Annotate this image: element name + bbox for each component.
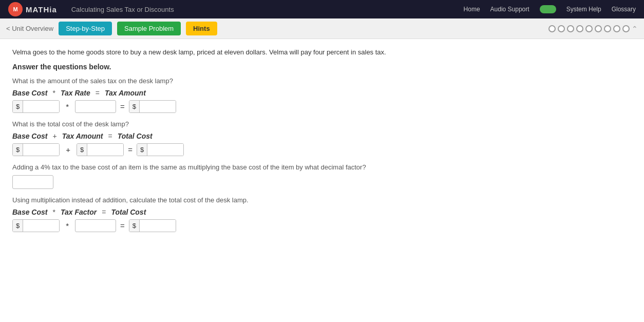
progress-dot-6 <box>595 25 602 32</box>
sample-problem-button[interactable]: Sample Problem <box>117 22 181 35</box>
q2-total-cost-group: $ <box>137 143 184 156</box>
nav-audio-support[interactable]: Audio Support <box>490 6 529 13</box>
unit-overview-link[interactable]: < Unit Overview <box>6 25 53 32</box>
q4-label3: Total Cost <box>111 208 146 216</box>
q2-label2: Tax Amount <box>62 132 103 140</box>
q4-op1: * <box>52 208 55 216</box>
q1-base-cost-input[interactable] <box>23 101 59 112</box>
progress-dot-5 <box>585 25 593 32</box>
logo: M MATHia <box>8 2 57 16</box>
q1-op1: * <box>52 89 55 97</box>
top-bar-right: Home Audio Support System Help Glossary <box>464 5 636 13</box>
q4-total-cost-input[interactable] <box>140 220 176 232</box>
q4-tax-factor-input[interactable] <box>75 219 116 232</box>
q4-total-cost-group: $ <box>129 219 176 232</box>
q2-label3: Total Cost <box>118 132 153 140</box>
q1-label2: Tax Rate <box>61 89 90 97</box>
problem-text: Velma goes to the home goods store to bu… <box>12 47 632 58</box>
q2-input-row: $ + $ = $ <box>12 143 632 156</box>
q1-input-row: $ * = $ <box>12 100 632 113</box>
q4-label1: Base Cost <box>12 208 47 216</box>
hints-button[interactable]: Hints <box>186 22 217 35</box>
q2-op1: + <box>52 132 56 140</box>
q4-equation-labels: Base Cost * Tax Factor = Total Cost <box>12 208 632 216</box>
top-bar: M MATHia Calculating Sales Tax or Discou… <box>0 0 644 18</box>
progress-dot-9 <box>622 25 630 32</box>
q2-dollar2: $ <box>77 144 87 156</box>
q4-multiply-sign: * <box>64 221 71 230</box>
progress-dot-4 <box>576 25 583 32</box>
question-3-text: Adding a 4% tax to the base cost of an i… <box>12 163 632 171</box>
q1-dollar1: $ <box>13 101 23 112</box>
q2-tax-amount-group: $ <box>77 143 124 156</box>
audio-toggle[interactable] <box>540 5 556 13</box>
progress-dot-8 <box>613 25 620 32</box>
page-title-top: Calculating Sales Tax or Discounts <box>71 6 174 13</box>
q3-decimal-factor-input[interactable] <box>12 175 53 189</box>
q2-total-cost-input[interactable] <box>147 144 183 156</box>
q2-plus-sign: + <box>64 145 72 154</box>
q1-tax-amount-group: $ <box>129 100 176 113</box>
q2-label1: Base Cost <box>12 132 47 140</box>
question-2-text: What is the total cost of the desk lamp? <box>12 120 632 128</box>
progress-dot-2 <box>558 25 565 32</box>
q4-label2: Tax Factor <box>61 208 97 216</box>
q1-equation-labels: Base Cost * Tax Rate = Tax Amount <box>12 89 632 97</box>
q4-eq: = <box>102 208 106 216</box>
top-bar-left: M MATHia Calculating Sales Tax or Discou… <box>8 2 174 16</box>
nav-glossary[interactable]: Glossary <box>612 6 636 13</box>
progress-dots: ⌃ <box>548 25 638 33</box>
q2-dollar1: $ <box>13 144 23 156</box>
nav-system-help[interactable]: System Help <box>566 6 601 13</box>
progress-collapse-icon[interactable]: ⌃ <box>632 25 638 33</box>
q1-tax-amount-input[interactable] <box>140 101 176 112</box>
q2-base-cost-input[interactable] <box>23 144 59 156</box>
q1-base-cost-group: $ <box>12 100 60 113</box>
q2-equation-labels: Base Cost + Tax Amount = Total Cost <box>12 132 632 140</box>
logo-text: MATHia <box>26 5 57 14</box>
nav-home[interactable]: Home <box>464 6 480 13</box>
q1-eq: = <box>96 89 100 97</box>
progress-dot-3 <box>567 25 574 32</box>
q4-input-row: $ * = $ <box>12 219 632 232</box>
q4-base-cost-input[interactable] <box>23 220 59 232</box>
answer-label: Answer the questions below. <box>12 63 632 71</box>
q2-eq: = <box>108 132 112 140</box>
q4-dollar2: $ <box>129 220 140 232</box>
q1-dollar2: $ <box>129 101 140 112</box>
logo-icon: M <box>8 2 23 16</box>
q1-multiply-sign: * <box>64 102 71 111</box>
question-4-text: Using multiplication instead of addition… <box>12 196 632 204</box>
q3-decimal-section <box>12 175 632 189</box>
progress-dot-1 <box>548 25 556 32</box>
q1-equals-sign: = <box>120 102 125 111</box>
q4-dollar1: $ <box>13 220 23 232</box>
q4-equals-sign: = <box>120 221 125 230</box>
q1-label3: Tax Amount <box>105 89 146 97</box>
main-content: Velma goes to the home goods store to bu… <box>0 39 644 322</box>
progress-dot-7 <box>604 25 611 32</box>
q4-base-cost-group: $ <box>12 219 60 232</box>
q2-base-cost-group: $ <box>12 143 60 156</box>
step-by-step-button[interactable]: Step-by-Step <box>59 22 112 35</box>
second-nav: < Unit Overview Step-by-Step Sample Prob… <box>0 18 644 39</box>
q2-dollar3: $ <box>137 144 147 156</box>
q2-equals-sign: = <box>128 145 132 154</box>
q1-label1: Base Cost <box>12 89 47 97</box>
question-1-text: What is the amount of the sales tax on t… <box>12 77 632 85</box>
q2-tax-amount-input[interactable] <box>87 144 123 156</box>
q1-tax-rate-input[interactable] <box>75 100 116 113</box>
